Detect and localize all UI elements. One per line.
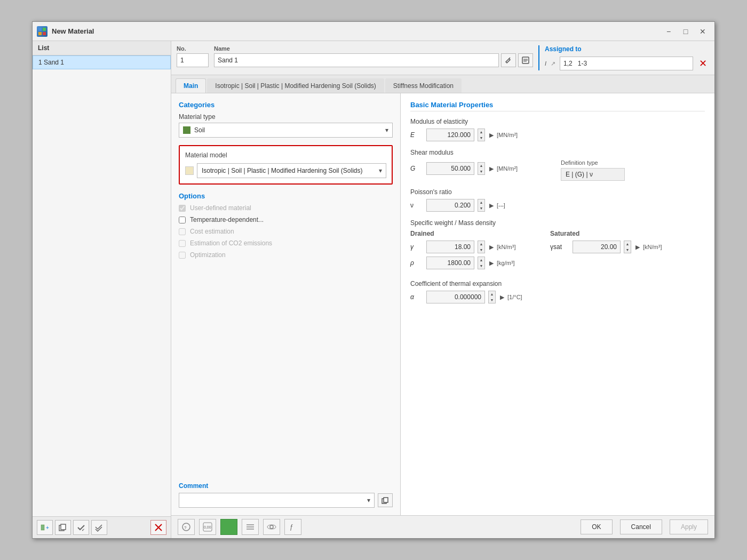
modulus-row: E ▲ ▼ ▶ [MN/m²] xyxy=(410,129,705,141)
poisson-group: Poisson's ratio ν ▲ ▼ ▶ [-–] xyxy=(410,188,705,212)
list-header: List xyxy=(33,41,171,55)
close-button[interactable]: ✕ xyxy=(695,25,710,38)
toolbar-btn-6[interactable]: ƒ xyxy=(284,519,301,535)
edit-icon-button[interactable] xyxy=(501,53,516,67)
checkbox-co2-input[interactable] xyxy=(179,240,186,247)
shear-spin-down[interactable]: ▼ xyxy=(478,169,484,174)
poisson-spin-up[interactable]: ▲ xyxy=(478,199,484,205)
svg-text:?: ? xyxy=(184,525,187,530)
checkbox-temp-dependent-input[interactable] xyxy=(179,217,186,223)
assigned-i-prefix: I xyxy=(545,60,546,67)
thermal-input[interactable] xyxy=(426,291,485,303)
shear-row: G ▲ ▼ ▶ [MN/m²] xyxy=(410,162,534,175)
gamma-sat-symbol: γsat xyxy=(550,243,569,251)
comment-label: Comment xyxy=(179,482,393,490)
rho-input[interactable] xyxy=(426,257,474,269)
left-toolbar: + ✔ xyxy=(33,516,171,538)
rho-spin-up[interactable]: ▲ xyxy=(478,257,484,263)
bottom-toolbar: ? 0,00 ƒ OK Cancel xyxy=(171,515,714,538)
rho-row: ρ ▲ ▼ ▶ [kg/m³] xyxy=(410,257,534,269)
toolbar-btn-3[interactable] xyxy=(220,519,237,535)
name-input[interactable] xyxy=(214,53,499,67)
gamma-sat-row: γsat ▲ ▼ ▶ [kN/m³] xyxy=(550,241,680,253)
poisson-input[interactable] xyxy=(426,199,474,212)
gamma-spin-up[interactable]: ▲ xyxy=(478,241,484,247)
checkbox-optimization-input[interactable] xyxy=(179,252,186,259)
svg-rect-22 xyxy=(225,523,233,531)
shear-unit: [MN/m²] xyxy=(497,165,534,172)
material-type-dropdown[interactable]: Soil xyxy=(179,123,393,138)
panel-content: Categories Material type Soil xyxy=(171,93,714,515)
no-field-group: No. xyxy=(177,45,209,70)
model-color-indicator xyxy=(185,166,194,175)
thermal-unit: [1/°C] xyxy=(507,294,545,300)
toolbar-btn-1[interactable]: ? xyxy=(178,519,195,535)
toolbar-btn-5[interactable] xyxy=(263,519,280,535)
thermal-spin-down[interactable]: ▼ xyxy=(489,297,495,303)
ok-button[interactable]: OK xyxy=(581,519,612,534)
shear-input[interactable] xyxy=(426,162,474,175)
options-section: Options User-defined material Temperatur… xyxy=(179,192,393,263)
modulus-input[interactable] xyxy=(426,129,474,141)
tabs-bar: Main Isotropic | Soil | Plastic | Modifi… xyxy=(171,75,714,93)
cancel-button[interactable]: Cancel xyxy=(620,519,662,534)
delete-material-button[interactable] xyxy=(150,520,166,535)
gamma-sat-spin-down[interactable]: ▼ xyxy=(624,247,631,253)
svg-text:+: + xyxy=(46,525,49,531)
poisson-unit: [-–] xyxy=(497,202,534,209)
check2-button[interactable] xyxy=(91,520,107,535)
categories-section: Categories Material type Soil xyxy=(179,101,393,185)
comment-copy-button[interactable] xyxy=(378,493,393,507)
modulus-spin-up[interactable]: ▲ xyxy=(478,129,484,135)
checkbox-cost-estimation-input[interactable] xyxy=(179,228,186,235)
gamma-sat-input[interactable] xyxy=(573,241,621,253)
thermal-symbol: α xyxy=(410,293,423,301)
gamma-sat-spinner: ▲ ▼ xyxy=(624,241,631,253)
material-model-dropdown[interactable]: Isotropic | Soil | Plastic | Modified Ha… xyxy=(197,163,386,178)
list-item[interactable]: 1 Sand 1 xyxy=(33,55,171,69)
svg-text:✔: ✔ xyxy=(82,528,85,532)
checkbox-user-defined-input[interactable] xyxy=(179,205,186,212)
right-panel: No. Name Assigne xyxy=(171,41,714,538)
add-material-button[interactable]: + xyxy=(37,520,53,535)
rho-unit: [kg/m³] xyxy=(497,260,534,266)
thermal-spin-up[interactable]: ▲ xyxy=(489,291,495,297)
modulus-label: Modulus of elasticity xyxy=(410,118,705,125)
book-icon-button[interactable] xyxy=(518,53,533,67)
maximize-button[interactable]: □ xyxy=(678,25,693,38)
gamma-spinner: ▲ ▼ xyxy=(478,241,485,253)
copy-material-button[interactable] xyxy=(55,520,71,535)
tab-isotropic[interactable]: Isotropic | Soil | Plastic | Modified Ha… xyxy=(207,78,384,93)
modulus-arrow: ▶ xyxy=(489,132,494,139)
assigned-label: Assigned to xyxy=(545,45,709,53)
comment-dropdown[interactable] xyxy=(179,493,375,508)
checkbox-co2: Estimation of CO2 emissions xyxy=(179,239,393,247)
assigned-input[interactable] xyxy=(560,57,693,70)
rho-spin-down[interactable]: ▼ xyxy=(478,263,484,269)
poisson-label: Poisson's ratio xyxy=(410,188,705,196)
drained-col: Drained γ ▲ ▼ ▶ [kN/m³] xyxy=(410,230,534,273)
svg-text:0,00: 0,00 xyxy=(204,525,211,529)
modulus-spin-down[interactable]: ▼ xyxy=(478,135,484,141)
clear-assigned-button[interactable]: ✕ xyxy=(696,57,709,70)
list-items: 1 Sand 1 xyxy=(33,55,171,516)
material-model-label: Material model xyxy=(185,151,386,159)
svg-rect-17 xyxy=(384,498,388,502)
gamma-sat-arrow: ▶ xyxy=(635,244,640,251)
svg-rect-2 xyxy=(38,32,42,35)
gamma-sat-spin-up[interactable]: ▲ xyxy=(624,241,631,247)
tab-main[interactable]: Main xyxy=(176,78,206,93)
apply-button[interactable]: Apply xyxy=(670,519,708,534)
gamma-input[interactable] xyxy=(426,241,474,253)
toolbar-btn-2[interactable]: 0,00 xyxy=(199,519,216,535)
check1-button[interactable]: ✔ xyxy=(73,520,89,535)
toolbar-btn-4[interactable] xyxy=(242,519,259,535)
shear-spin-up[interactable]: ▲ xyxy=(478,163,484,169)
poisson-spin-down[interactable]: ▼ xyxy=(478,205,484,211)
checkbox-optimization: Optimization xyxy=(179,251,393,259)
tab-stiffness[interactable]: Stiffness Modification xyxy=(385,78,462,93)
categories-title: Categories xyxy=(179,101,393,109)
gamma-spin-down[interactable]: ▼ xyxy=(478,247,484,253)
minimize-button[interactable]: − xyxy=(661,25,676,38)
no-input[interactable] xyxy=(177,53,209,67)
